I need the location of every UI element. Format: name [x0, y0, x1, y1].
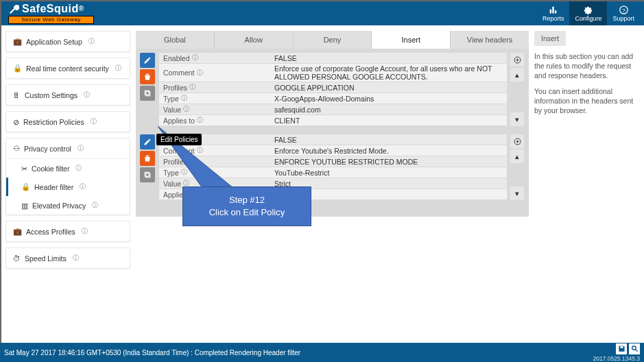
gauge-icon: ⏱ — [13, 254, 21, 263]
reports-button[interactable]: Reports — [537, 1, 570, 25]
svg-rect-3 — [146, 92, 150, 96]
tab-deny[interactable]: Deny — [294, 31, 372, 49]
info-icon: ⓘ — [82, 227, 88, 236]
info-icon: ⓘ — [73, 254, 79, 263]
svg-rect-6 — [146, 173, 150, 178]
move-down-button[interactable]: ▾ — [510, 112, 524, 126]
brand-tagline: Secure Web Gateway — [8, 16, 94, 24]
tabs: Global Allow Deny Insert View headers — [136, 31, 529, 49]
status-text: Sat May 27 2017 18:46:16 GMT+0530 (India… — [4, 349, 300, 357]
triangle-up-icon: ▴ — [515, 71, 519, 80]
sidebar-item-privacy: ⦵Privacy controlⓘ ✂Cookie filterⓘ 🔒Heade… — [5, 138, 130, 215]
info-icon: ⓘ — [80, 182, 86, 191]
sidebar-elevated-privacy[interactable]: ▥Elevated Privacyⓘ — [6, 196, 130, 215]
info-icon: ⓘ — [92, 201, 98, 210]
status-bar: Sat May 27 2017 18:46:16 GMT+0530 (India… — [1, 343, 644, 362]
info-icon: ⓘ — [197, 69, 203, 77]
info-icon: ⓘ — [197, 116, 203, 125]
edit-button[interactable] — [140, 134, 155, 149]
svg-text:?: ? — [622, 7, 625, 13]
info-icon: ⓘ — [91, 117, 97, 126]
lock-icon: 🔒 — [21, 182, 30, 191]
tab-allow[interactable]: Allow — [215, 31, 294, 49]
plus-circle-icon — [514, 56, 521, 64]
ban-icon: ⊘ — [13, 118, 19, 126]
triangle-down-icon: ▾ — [515, 189, 519, 198]
svg-rect-5 — [145, 172, 149, 176]
info-icon: ⓘ — [181, 94, 187, 103]
search-button[interactable] — [629, 343, 640, 354]
info-icon: ⓘ — [183, 105, 189, 114]
wrench-icon — [8, 3, 19, 14]
triangle-up-icon: ▴ — [515, 152, 519, 161]
callout-line2: Click on Edit Policy — [193, 206, 301, 219]
sidebar-header-filter[interactable]: 🔒Header filterⓘ — [6, 178, 130, 196]
version-text: 2017.0525.1345.3 — [593, 355, 640, 362]
triangle-down-icon: ▾ — [515, 115, 519, 124]
sidebar-cookie-filter[interactable]: ✂Cookie filterⓘ — [6, 159, 130, 178]
move-up-button[interactable]: ▴ — [510, 68, 524, 82]
clone-button[interactable] — [140, 167, 155, 182]
pencil-icon — [143, 138, 152, 146]
top-bar: SafeSquid® Secure Web Gateway Reports Co… — [1, 1, 644, 25]
sidebar-item-access[interactable]: 💼Access Profilesⓘ — [5, 221, 130, 242]
tab-global[interactable]: Global — [136, 31, 215, 49]
trash-icon — [143, 73, 152, 81]
info-icon: ⓘ — [192, 53, 198, 62]
sidebar-privacy-toggle[interactable]: ⦵Privacy controlⓘ — [6, 138, 130, 158]
move-up-button[interactable]: ▴ — [510, 149, 524, 163]
support-button[interactable]: ? Support — [607, 1, 640, 25]
help-text: In this sub section you can add the rule… — [534, 51, 639, 81]
info-icon: ⓘ — [75, 164, 82, 173]
add-button[interactable] — [510, 134, 524, 148]
delete-button[interactable] — [140, 69, 155, 84]
content-area: Global Allow Deny Insert View headers En… — [130, 25, 532, 341]
edit-button[interactable] — [140, 53, 155, 68]
eye-off-icon: ⦵ — [13, 144, 20, 153]
topbar-actions: Reports Configure ? Support — [537, 1, 640, 25]
scissors-icon: ✂ — [21, 165, 27, 173]
right-panel: Insert In this sub section you can add t… — [532, 25, 644, 341]
configure-button[interactable]: Configure — [569, 1, 607, 25]
info-icon: ⓘ — [88, 37, 95, 46]
trash-icon — [143, 154, 152, 162]
copy-icon — [143, 171, 152, 179]
info-icon: ⓘ — [189, 83, 195, 92]
sidebar-item-app-setup[interactable]: 💼Application Setupⓘ — [5, 31, 130, 52]
tab-insert[interactable]: Insert — [372, 31, 451, 49]
search-icon — [631, 345, 639, 352]
sidebar-item-realtime[interactable]: 🔒Real time content securityⓘ — [5, 58, 130, 79]
pencil-icon — [143, 56, 152, 64]
info-icon: ⓘ — [115, 64, 121, 73]
clone-button[interactable] — [140, 86, 155, 101]
briefcase-icon: 💼 — [13, 227, 22, 236]
briefcase-icon: 💼 — [13, 37, 22, 46]
save-button[interactable] — [616, 343, 627, 354]
move-down-button[interactable]: ▾ — [510, 186, 524, 200]
svg-rect-2 — [145, 90, 149, 95]
sidebar-item-custom[interactable]: 🎚Custom Settingsⓘ — [5, 84, 130, 106]
plus-circle-icon — [514, 138, 521, 145]
brand-reg: ® — [79, 5, 84, 12]
delete-button[interactable] — [140, 151, 155, 166]
question-icon: ? — [619, 5, 628, 14]
tab-view-headers[interactable]: View headers — [451, 31, 529, 49]
sidebar-item-restriction[interactable]: ⊘Restriction Policiesⓘ — [5, 111, 130, 132]
svg-point-9 — [632, 346, 636, 350]
bars-icon: ▥ — [21, 202, 28, 210]
lock-icon: 🔒 — [13, 64, 22, 73]
sidebar: 💼Application Setupⓘ 🔒Real time content s… — [1, 25, 130, 341]
callout-line1: Step #12 — [193, 194, 301, 206]
add-button[interactable] — [510, 53, 524, 67]
floppy-icon — [618, 345, 625, 352]
info-icon: ⓘ — [84, 90, 90, 99]
info-icon: ⓘ — [77, 144, 84, 153]
rule-row: EnabledⓘFALSE CommentⓘEnforce use of cor… — [140, 53, 525, 126]
chart-bar-icon — [549, 5, 558, 14]
brand-logo: SafeSquid® Secure Web Gateway — [8, 3, 94, 24]
sliders-icon: 🎚 — [13, 91, 21, 99]
sidebar-item-speed[interactable]: ⏱Speed Limitsⓘ — [5, 248, 130, 269]
gear-icon — [584, 5, 593, 14]
help-text: You can insert additional information in… — [534, 86, 639, 116]
brand-name: SafeSquid — [22, 3, 79, 14]
